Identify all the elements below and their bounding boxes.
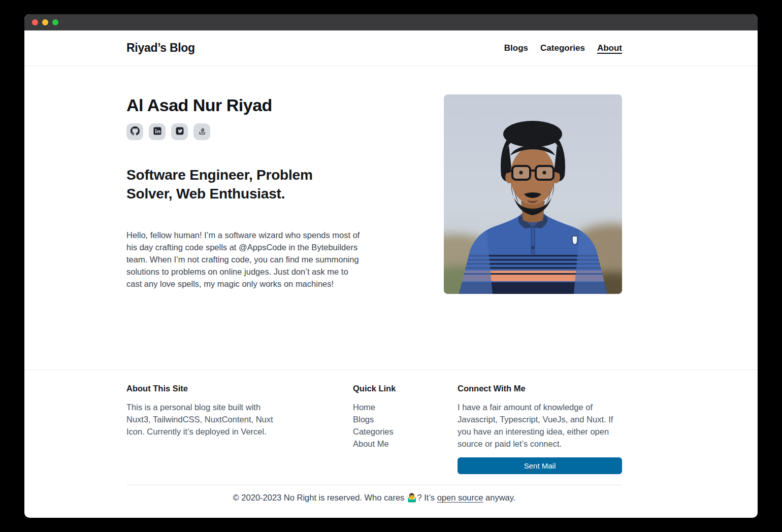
nav-link-about[interactable]: About <box>597 43 622 53</box>
footer-link-home[interactable]: Home <box>353 401 458 413</box>
footer-link-about-me[interactable]: About Me <box>353 438 458 450</box>
nav-link-categories[interactable]: Categories <box>540 43 585 53</box>
main-nav: Blogs Categories About <box>504 43 622 53</box>
footer-connect-heading: Connect With Me <box>458 384 622 393</box>
copyright-suffix: anyway. <box>483 493 515 502</box>
linkedin-icon <box>153 126 162 137</box>
sent-mail-button[interactable]: Sent Mail <box>458 457 622 474</box>
footer-quicklinks-heading: Quick Link <box>353 384 458 393</box>
copyright-text: © 2020-2023 No Right is reserved. Who ca… <box>126 485 622 518</box>
footer-link-categories[interactable]: Categories <box>353 425 458 438</box>
minimize-window-button[interactable] <box>42 19 48 25</box>
profile-photo <box>444 94 622 294</box>
footer-about-text: This is a personal blog site built with … <box>126 401 280 438</box>
zoom-window-button[interactable] <box>52 19 58 25</box>
github-link[interactable] <box>126 123 143 140</box>
tagline: Software Engineer, Problem Solver, Web E… <box>126 165 345 203</box>
footer-link-blogs[interactable]: Blogs <box>353 413 458 425</box>
footer-connect-section: Connect With Me I have a fair amount of … <box>458 384 622 474</box>
copyright-prefix: © 2020-2023 No Right is reserved. Who ca… <box>233 493 437 502</box>
footer-quicklinks-section: Quick Link Home Blogs Categories About M… <box>353 384 458 474</box>
site-header: Riyad’s Blog Blogs Categories About <box>24 30 758 66</box>
site-footer: About This Site This is a personal blog … <box>24 370 758 518</box>
stackoverflow-icon <box>198 126 207 137</box>
twitter-link[interactable] <box>171 123 188 140</box>
site-logo[interactable]: Riyad’s Blog <box>126 41 195 55</box>
close-window-button[interactable] <box>32 19 38 25</box>
footer-about-heading: About This Site <box>126 384 353 393</box>
footer-about-section: About This Site This is a personal blog … <box>126 384 353 474</box>
main-content: Al Asad Nur Riyad <box>24 66 758 370</box>
bio-text: Hello, fellow human! I’m a software wiza… <box>126 229 361 290</box>
nav-link-blogs[interactable]: Blogs <box>504 43 528 53</box>
social-links <box>126 123 366 140</box>
open-source-link[interactable]: open source <box>437 493 483 502</box>
stackoverflow-link[interactable] <box>193 123 210 140</box>
window-titlebar <box>24 14 758 30</box>
page-title: Al Asad Nur Riyad <box>126 96 366 115</box>
browser-window: Riyad’s Blog Blogs Categories About Al A… <box>24 14 758 518</box>
linkedin-link[interactable] <box>149 123 166 140</box>
github-icon <box>131 126 140 137</box>
twitter-icon <box>175 126 184 137</box>
footer-connect-text: I have a fair amount of knowledge of Jav… <box>458 401 622 450</box>
